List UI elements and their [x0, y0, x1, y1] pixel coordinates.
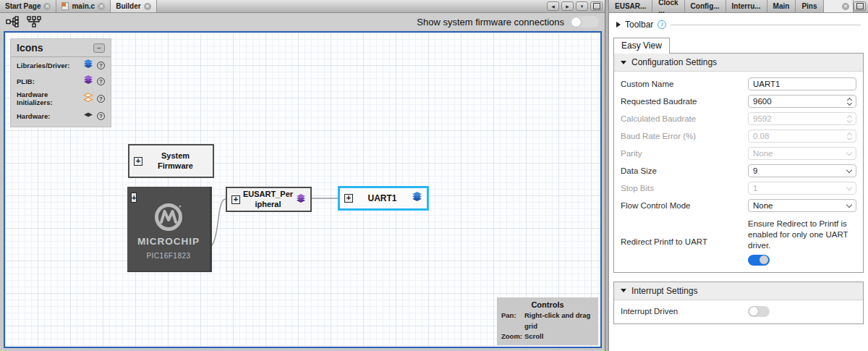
- c-file-icon: [61, 2, 69, 10]
- custom-name-row: Custom Name UART1: [614, 75, 863, 93]
- uart1-block[interactable]: + UART1: [338, 186, 429, 211]
- stop-bits-select: 1: [748, 182, 856, 195]
- calculated-baudrate-row: Calculated Baudrate 9592: [614, 110, 863, 127]
- redirect-printf-toggle[interactable]: [748, 255, 770, 266]
- tab-pins[interactable]: Pins: [796, 0, 823, 12]
- expanded-triangle-icon[interactable]: [621, 289, 626, 292]
- requested-baudrate-row: Requested Baudrate 9600: [614, 93, 863, 110]
- parity-row: Parity None: [614, 145, 863, 162]
- divider-line: [671, 25, 861, 25]
- scroll-left-icon[interactable]: ◀: [547, 1, 559, 11]
- controls-title: Controls: [501, 300, 594, 309]
- tab-list-dropdown-icon[interactable]: ▼: [576, 1, 588, 11]
- eusart-peripheral-block[interactable]: + EUSART_Peripheral: [226, 187, 312, 212]
- data-size-select[interactable]: 9: [748, 164, 856, 177]
- controls-zoom-row: Zoom: Scroll: [501, 331, 594, 342]
- close-icon[interactable]: ✕: [98, 3, 105, 10]
- microchip-logo-icon: [153, 202, 184, 232]
- help-icon[interactable]: ?: [97, 62, 105, 69]
- redirect-printf-row: Redirect Printf to UART Ensure Redirect …: [614, 214, 863, 268]
- tab-interrupt[interactable]: Interru...: [726, 0, 767, 12]
- show-connections-label: Show system firmware connections: [417, 17, 564, 28]
- configuration-settings-header[interactable]: Configuration Settings: [614, 54, 863, 72]
- inspector-panel: EUSAR... Clock ... Config... Interru... …: [609, 0, 868, 351]
- tab-clock[interactable]: Clock ...: [652, 0, 684, 12]
- layers-purple-icon: [296, 193, 306, 206]
- scroll-right-icon[interactable]: ▶: [561, 1, 574, 11]
- tab-label: main.c: [72, 2, 95, 10]
- toolbar-section[interactable]: Toolbar i: [609, 13, 868, 33]
- data-size-row: Data Size 9: [614, 162, 863, 179]
- collapsed-triangle-icon[interactable]: [616, 22, 621, 28]
- chip-block[interactable]: + MICROCHIP PIC16F1823: [127, 187, 212, 272]
- close-icon[interactable]: ✕: [144, 3, 151, 10]
- close-icon[interactable]: ✕: [43, 3, 51, 10]
- chevron-down-icon[interactable]: [846, 201, 852, 207]
- tab-active-blank[interactable]: ✕: [824, 0, 854, 12]
- controls-info-box: Controls Pan: Right-click and drag grid …: [497, 297, 598, 345]
- expand-icon[interactable]: +: [134, 157, 142, 166]
- baud-rate-error-row: Baud Rate Error (%) 0.08: [614, 127, 863, 145]
- tree-connections-icon[interactable]: [26, 16, 42, 28]
- help-icon[interactable]: ?: [97, 95, 105, 103]
- custom-name-input[interactable]: UART1: [748, 77, 856, 90]
- flat-connections-icon[interactable]: [6, 16, 20, 28]
- close-icon[interactable]: ✕: [842, 3, 849, 10]
- tab-eusart[interactable]: EUSAR...: [609, 0, 652, 12]
- tab-main-c[interactable]: main.c ✕: [56, 0, 111, 12]
- interrupt-settings-header[interactable]: Interrupt Settings: [614, 282, 863, 300]
- help-icon[interactable]: ?: [97, 112, 105, 120]
- layers-orange-icon: [83, 92, 93, 105]
- expand-icon[interactable]: +: [231, 195, 240, 204]
- stepper-arrows-icon[interactable]: [848, 98, 851, 105]
- builder-canvas[interactable]: Icons − Libraries/Driver: ? PLIB: ? Hard…: [4, 31, 602, 348]
- expand-icon[interactable]: +: [344, 194, 353, 203]
- diamond-black-icon: [83, 109, 93, 122]
- interrupt-driven-toggle[interactable]: [748, 306, 770, 317]
- stepper-arrows-icon: [848, 116, 851, 122]
- chip-brand: MICROCHIP: [131, 236, 206, 247]
- show-connections-toggle[interactable]: [570, 16, 599, 28]
- legend-item-hw-initializers: Hardware Initializers: ?: [11, 89, 111, 108]
- chevron-down-icon: [846, 184, 852, 190]
- tab-start-page[interactable]: Start Page ✕: [0, 0, 56, 12]
- stop-bits-row: Stop Bits 1: [614, 179, 863, 197]
- stepper-arrows-icon: [848, 133, 851, 140]
- flow-control-mode-row: Flow Control Mode None: [614, 197, 863, 214]
- block-label: EUSART_Peripheral: [242, 190, 294, 210]
- interrupt-driven-row: Interrupt Driven: [614, 304, 863, 319]
- controls-pan-row: Pan: Right-click and drag grid: [501, 310, 594, 331]
- block-label: System Firmware: [150, 151, 202, 172]
- tab-easy-view[interactable]: Easy View: [613, 38, 670, 54]
- chevron-down-icon[interactable]: [846, 166, 852, 172]
- baud-rate-error-stepper: 0.08: [748, 130, 856, 143]
- requested-baudrate-stepper[interactable]: 9600: [748, 95, 856, 108]
- maximize-icon[interactable]: [854, 1, 866, 11]
- layers-purple-icon: [83, 75, 93, 88]
- configuration-settings-panel: Configuration Settings Custom Name UART1…: [613, 53, 864, 273]
- chevron-down-icon: [846, 149, 852, 155]
- expand-icon[interactable]: +: [131, 193, 137, 203]
- maximize-icon[interactable]: [590, 1, 603, 11]
- tab-scroll-buttons: ◀ ▶ ▼: [547, 0, 605, 12]
- interrupt-settings-panel: Interrupt Settings Interrupt Driven: [613, 282, 864, 324]
- redirect-printf-note: Ensure Redirect to Printf is enabled for…: [748, 219, 856, 251]
- toolbar-label: Toolbar: [625, 20, 653, 30]
- calculated-baudrate-stepper: 9592: [748, 112, 856, 125]
- icons-legend: Icons − Libraries/Driver: ? PLIB: ? Hard…: [10, 38, 111, 127]
- collapse-legend-icon[interactable]: −: [93, 43, 105, 53]
- flow-control-mode-select[interactable]: None: [748, 199, 856, 212]
- tab-label: Start Page: [5, 2, 41, 10]
- editor-area: Start Page ✕ main.c ✕ Builder ✕ ◀ ▶ ▼: [0, 0, 605, 351]
- system-firmware-block[interactable]: + System Firmware: [128, 144, 214, 178]
- inspector-tabbar: EUSAR... Clock ... Config... Interru... …: [609, 0, 868, 13]
- expanded-triangle-icon[interactable]: [621, 61, 626, 64]
- parity-select: None: [748, 147, 856, 160]
- layers-blue-icon: [83, 59, 93, 72]
- chip-part-number: PIC16F1823: [131, 252, 206, 260]
- help-icon[interactable]: ?: [97, 77, 105, 85]
- tab-configuration[interactable]: Config...: [685, 0, 726, 12]
- tab-main[interactable]: Main: [767, 0, 796, 12]
- info-icon[interactable]: i: [658, 20, 666, 29]
- tab-builder[interactable]: Builder ✕: [111, 0, 156, 12]
